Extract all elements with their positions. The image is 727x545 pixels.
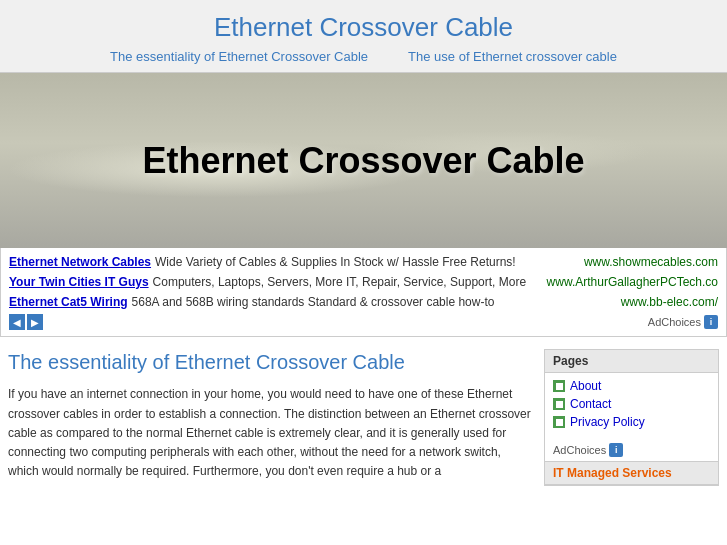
article-heading: The essentiality of Ethernet Crossover C… — [8, 349, 532, 375]
site-title: Ethernet Crossover Cable — [0, 12, 727, 43]
page-icon-contact — [553, 398, 565, 410]
hero-text: Ethernet Crossover Cable — [142, 139, 584, 182]
page-icon-inner-about — [556, 383, 563, 390]
adchoices-icon[interactable]: i — [704, 315, 718, 329]
ad-row-2: Your Twin Cities IT Guys Computers, Lapt… — [9, 274, 718, 291]
page-link-about[interactable]: About — [570, 379, 601, 393]
ad-body-3: 568A and 568B wiring standards Standard … — [132, 294, 617, 311]
it-managed-label: IT Managed Services — [553, 466, 672, 480]
header-nav: The essentiality of Ethernet Crossover C… — [0, 49, 727, 64]
ad-title-3[interactable]: Ethernet Cat5 Wiring — [9, 294, 128, 311]
page-icon-inner-privacy — [556, 419, 563, 426]
sidebar-adchoices-icon[interactable]: i — [609, 443, 623, 457]
page-item-about: About — [553, 379, 710, 393]
ad-title-2[interactable]: Your Twin Cities IT Guys — [9, 274, 149, 291]
sidebar: Pages About Contact — [544, 349, 719, 496]
it-managed-header: IT Managed Services — [545, 462, 718, 485]
main-content: The essentiality of Ethernet Crossover C… — [0, 337, 727, 508]
site-header: Ethernet Crossover Cable The essentialit… — [0, 0, 727, 73]
ad-row-1: Ethernet Network Cables Wide Variety of … — [9, 254, 718, 271]
ad-bar: Ethernet Network Cables Wide Variety of … — [0, 248, 727, 337]
ad-url-1[interactable]: www.showmecables.com — [584, 254, 718, 271]
ad-body-2: Computers, Laptops, Servers, More IT, Re… — [153, 274, 543, 291]
page-item-contact: Contact — [553, 397, 710, 411]
ad-navigation: ◀ ▶ — [9, 314, 43, 330]
sidebar-adchoices: AdChoices i — [545, 439, 718, 462]
ad-url-2[interactable]: www.ArthurGallagherPCTech.co — [547, 274, 718, 291]
page-item-privacy: Privacy Policy — [553, 415, 710, 429]
page-icon-privacy — [553, 416, 565, 428]
prev-arrow-button[interactable]: ◀ — [9, 314, 25, 330]
page-link-contact[interactable]: Contact — [570, 397, 611, 411]
sidebar-adchoices-label: AdChoices — [553, 444, 606, 456]
adbar-bottom: ◀ ▶ AdChoices i — [9, 314, 718, 330]
page-icon-inner-contact — [556, 401, 563, 408]
pages-list: About Contact Privacy Policy — [545, 373, 718, 439]
ad-url-3[interactable]: www.bb-elec.com/ — [621, 294, 718, 311]
pages-box: Pages About Contact — [544, 349, 719, 486]
nav-link-use[interactable]: The use of Ethernet crossover cable — [408, 49, 617, 64]
hero-section: Ethernet Crossover Cable — [0, 73, 727, 248]
ad-body-1: Wide Variety of Cables & Supplies In Sto… — [155, 254, 580, 271]
nav-link-essentiality[interactable]: The essentiality of Ethernet Crossover C… — [110, 49, 368, 64]
article-body: If you have an internet connection in yo… — [8, 385, 532, 481]
next-arrow-button[interactable]: ▶ — [27, 314, 43, 330]
article-section: The essentiality of Ethernet Crossover C… — [8, 349, 532, 496]
page-icon-about — [553, 380, 565, 392]
adchoices-label: AdChoices — [648, 316, 701, 328]
ad-row-3: Ethernet Cat5 Wiring 568A and 568B wirin… — [9, 294, 718, 311]
pages-heading: Pages — [545, 350, 718, 373]
ad-title-1[interactable]: Ethernet Network Cables — [9, 254, 151, 271]
page-link-privacy[interactable]: Privacy Policy — [570, 415, 645, 429]
